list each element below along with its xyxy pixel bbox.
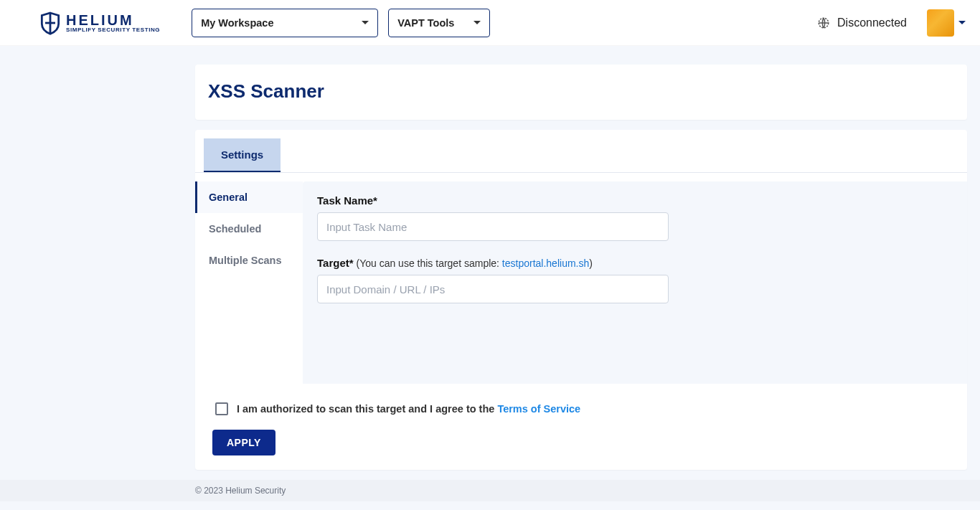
shield-icon [40,11,60,35]
sidenav-item-general[interactable]: General [195,181,303,213]
footer-copyright: © 2023 Helium Security [195,486,286,496]
page-title-card: XSS Scanner [195,65,967,120]
settings-card: Settings General Scheduled Multiple Scan… [195,130,967,470]
tab-strip: Settings [195,130,967,173]
avatar [927,9,954,37]
terms-of-service-link[interactable]: Terms of Service [497,403,580,415]
page-body: XSS Scanner Settings General Scheduled M… [0,46,980,510]
form-panel: Task Name* Target* (You can use this tar… [303,181,967,384]
workspace-selector-label: My Workspace [201,17,273,29]
target-input[interactable] [317,275,669,303]
vapt-tools-label: VAPT Tools [397,17,454,29]
consent-text: I am authorized to scan this target and … [237,403,497,415]
consent-row: I am authorized to scan this target and … [195,384,967,415]
brand-name: HELIUM [66,13,160,27]
chevron-down-icon [362,21,369,24]
workspace-selector[interactable]: My Workspace [192,9,378,37]
tab-settings[interactable]: Settings [204,138,281,172]
target-sample-link[interactable]: testportal.helium.sh [502,258,589,269]
logo: HELIUM SIMPLIFY SECURITY TESTING [40,11,160,35]
apply-button[interactable]: APPLY [212,430,275,455]
target-hint-prefix: (You can use this target sample: [356,258,501,269]
page-title: XSS Scanner [208,80,954,103]
brand-tagline: SIMPLIFY SECURITY TESTING [66,27,160,33]
sidenav-item-multiple-scans[interactable]: Multiple Scans [195,245,303,276]
chevron-down-icon [958,21,966,24]
user-menu[interactable] [927,9,966,37]
target-hint-suffix: ) [589,258,593,269]
task-name-label: Task Name* [317,194,377,207]
footer: © 2023 Helium Security [0,480,980,501]
connection-status: Disconnected [817,16,907,29]
sidenav-item-scheduled[interactable]: Scheduled [195,213,303,245]
target-hint: (You can use this target sample: testpor… [356,258,592,269]
consent-checkbox[interactable] [215,402,228,415]
globe-icon [817,16,830,29]
target-label: Target* [317,257,354,269]
chevron-down-icon [473,21,481,24]
task-name-input[interactable] [317,212,669,241]
connection-status-text: Disconnected [837,16,907,29]
settings-sidenav: General Scheduled Multiple Scans [195,181,303,384]
vapt-tools-selector[interactable]: VAPT Tools [388,9,490,37]
topbar: HELIUM SIMPLIFY SECURITY TESTING My Work… [0,0,980,46]
